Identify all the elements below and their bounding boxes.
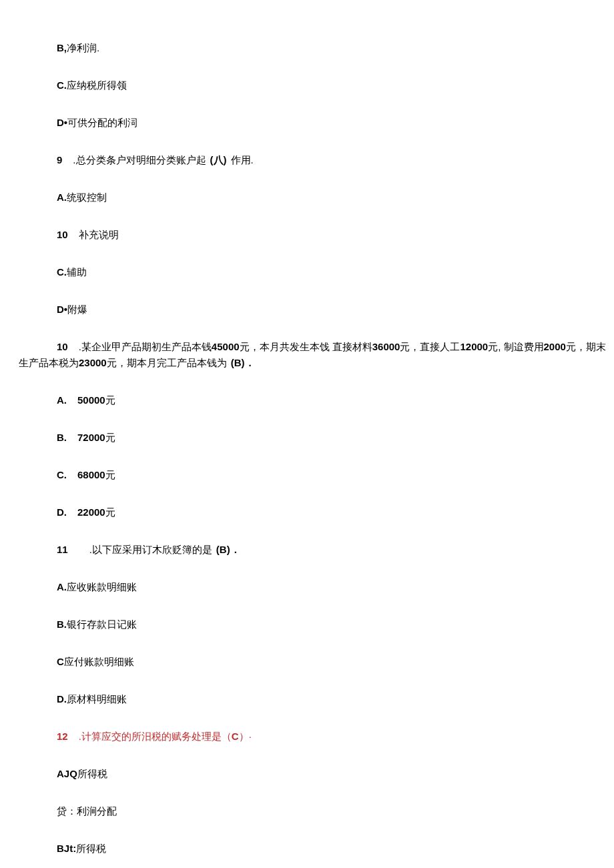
q12-opt-a-text: 所得税: [77, 768, 107, 779]
question-11: 11.以下应采用订木欣贬簿的是(B).: [0, 542, 614, 558]
q10-answer: (B): [231, 357, 245, 368]
q11-option-b: B.银行存款日记账: [0, 616, 614, 632]
option-d-label: D•: [57, 117, 67, 128]
q11-opt-d-text: 原材料明细账: [67, 693, 127, 705]
q10-opt-d-val: 22000: [77, 506, 105, 518]
q9-opt-b-label: 10: [57, 229, 68, 240]
q11-option-d: D.原材料明细账: [0, 691, 614, 707]
q11-opt-c-text: 应付账款明细账: [64, 656, 134, 667]
q10-opt-a-unit: 元: [105, 394, 115, 406]
q11-answer: (B): [216, 544, 230, 555]
q10-v2: 36000: [372, 341, 400, 352]
q10-opt-c-unit: 元: [105, 469, 115, 480]
q9-opt-a-label: A.: [57, 191, 67, 203]
option-d: D•可供分配的利泀: [0, 115, 614, 131]
q11-option-a: A.应收账款明细账: [0, 579, 614, 595]
question-12: 12.计算应交的所汨税的赋务处理是（C）·: [0, 729, 614, 745]
q10-opt-b-val: 72000: [77, 432, 105, 443]
q11-text: .以下应采用订木欣贬簿的是: [89, 544, 212, 555]
q9-opt-d-text: 附爆: [67, 304, 87, 315]
q10-opt-c-label: C.: [57, 469, 67, 480]
q12-opt-a-line2: 贷：利涧分配: [0, 803, 614, 819]
q9-opt-c-text: 辅助: [67, 266, 87, 278]
q9-text2: 作用.: [231, 154, 254, 165]
q10-t7: .: [249, 357, 252, 368]
q10-opt-d-unit: 元: [105, 506, 115, 518]
q12-opt-a-label: AJQ: [57, 768, 77, 779]
q12-num: 12: [57, 731, 68, 742]
q10-option-c: C.68000元: [0, 467, 614, 483]
q10-option-a: A.50000元: [0, 392, 614, 408]
q11-opt-b-text: 银行存款日记账: [67, 618, 137, 630]
q9-option-c: C.辅助: [0, 264, 614, 280]
q11-num: 11: [57, 544, 68, 555]
question-10: 10.某企业甲产品期初生产品本钱45000元，本月共发生本饯 直接材料36000…: [0, 339, 614, 371]
q11-opt-b-label: B.: [57, 618, 67, 630]
option-c-text: 应纳税所得领: [67, 79, 127, 91]
q12-t1: .计算应交的所汨税的赋务处理是（: [79, 731, 232, 742]
q10-opt-d-label: D.: [57, 506, 67, 518]
q11-opt-a-label: A.: [57, 581, 67, 592]
q12-t2: ）·: [239, 731, 252, 742]
q9-text1: .总分类条户对明细分类账户起: [73, 154, 206, 165]
q10-opt-b-unit: 元: [105, 432, 115, 443]
option-c: C.应纳税所得领: [0, 77, 614, 93]
q10-t1: .某企业甲产品期初生产品本钱: [79, 341, 212, 352]
q11-opt-c-label: C: [57, 656, 64, 667]
q9-option-d: D•附爆: [0, 302, 614, 318]
question-9: 9.总分类条户对明细分类账户起(八)作用.: [0, 152, 614, 168]
q12-answer: C: [232, 731, 239, 742]
q11-option-c: C应付账款明细账: [0, 654, 614, 670]
q12-opt-b-text: 所得税: [76, 843, 106, 854]
q12-option-b: BJt:所得税: [0, 841, 614, 857]
q10-t6: 元，期本月完工产品本钱为: [107, 357, 227, 368]
option-d-text: 可供分配的利泀: [67, 117, 137, 128]
q10-v1: 45000: [212, 341, 240, 352]
q10-v4: 2000: [544, 341, 566, 352]
q10-option-d: D.22000元: [0, 504, 614, 520]
q9-opt-d-label: D•: [57, 304, 67, 315]
q9-opt-a-text: 统驭控制: [67, 191, 107, 203]
q12-opt-a-credit: 贷：利涧分配: [57, 805, 117, 817]
q10-opt-a-val: 50000: [77, 394, 105, 406]
q10-num: 10: [57, 341, 68, 352]
q12-option-a: AJQ所得税: [0, 766, 614, 782]
q10-opt-b-label: B.: [57, 432, 67, 443]
q9-answer: (八): [210, 154, 227, 165]
q11-opt-a-text: 应收账款明细账: [67, 581, 137, 592]
q9-num: 9: [57, 154, 62, 165]
q9-opt-b-text: 补充说明: [79, 229, 119, 240]
q10-v3: 12000: [460, 341, 488, 352]
q10-t3: 元，直接人工: [400, 341, 460, 352]
q10-option-b: B.72000元: [0, 430, 614, 446]
q9-opt-c-label: C.: [57, 266, 67, 278]
q10-opt-c-val: 68000: [77, 469, 105, 480]
q11-t2: .: [234, 544, 237, 555]
q9-option-a: A.统驭控制: [0, 189, 614, 205]
q9-option-b: 10补充说明: [0, 227, 614, 243]
option-b: B,净利润.: [0, 40, 614, 56]
q11-opt-d-label: D.: [57, 693, 67, 705]
q10-t4: 元, 制迨费用: [488, 341, 543, 352]
q12-opt-b-label: BJt:: [57, 843, 76, 854]
option-c-label: C.: [57, 79, 67, 91]
q10-opt-a-label: A.: [57, 394, 67, 406]
option-b-label: B,: [57, 42, 67, 53]
q10-t2: 元，本月共发生本饯 直接材料: [240, 341, 372, 352]
option-b-text: 净利润.: [67, 42, 99, 53]
q10-v5: 23000: [79, 357, 107, 368]
